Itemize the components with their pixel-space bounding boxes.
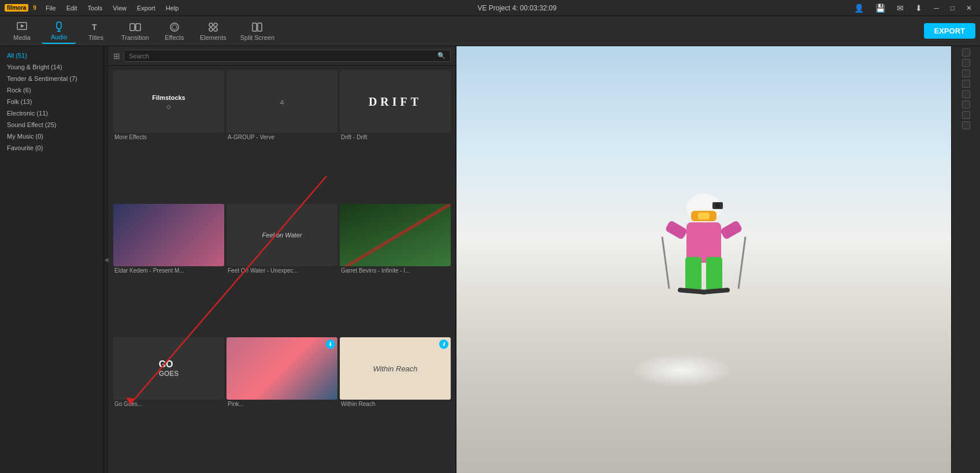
svg-rect-21 <box>665 219 688 240</box>
sidebar-item-folk[interactable]: Folk (13) <box>0 96 103 107</box>
grid-view-icon[interactable]: ⊞ <box>113 51 120 61</box>
media-panel: ⊞ 🔍 Filmstocks ◇ More Effects <box>109 46 455 473</box>
menu-edit[interactable]: Edit <box>62 3 82 13</box>
svg-text:T: T <box>92 23 97 32</box>
menu-bar: File Edit Tools View Export Help <box>41 3 183 13</box>
toolbar-effects[interactable]: Effects <box>157 19 192 43</box>
menu-view[interactable]: View <box>108 3 131 13</box>
eldar-thumb <box>113 204 224 266</box>
svg-point-9 <box>214 23 217 27</box>
svg-point-28 <box>715 203 720 208</box>
strip-checkbox-5[interactable] <box>962 90 970 98</box>
eldar-label: Eldar Kedem - Present M... <box>113 267 224 274</box>
media-item-eldar[interactable]: Eldar Kedem - Present M... <box>113 204 224 335</box>
feet-label: Feet On Water - Unexpec... <box>227 267 337 274</box>
download-badge-within: ⬇ <box>439 340 448 349</box>
maximize-button[interactable]: □ <box>947 3 958 13</box>
strip-checkbox-3[interactable] <box>962 69 970 77</box>
svg-line-14 <box>340 204 451 266</box>
within-thumb: Within Reach ⬇ <box>340 337 451 400</box>
sidebar-item-rock[interactable]: Rock (6) <box>0 84 103 96</box>
transition-icon <box>129 21 141 33</box>
toolbar-titles[interactable]: T Titles <box>79 19 113 43</box>
svg-rect-13 <box>258 23 262 31</box>
sidebar-item-young[interactable]: Young & Bright (14) <box>0 61 103 73</box>
svg-line-23 <box>662 237 669 289</box>
toolbar-audio[interactable]: Audio <box>42 18 76 44</box>
media-item-filmstocks[interactable]: Filmstocks ◇ More Effects <box>113 70 224 202</box>
save-icon[interactable]: 💾 <box>872 2 889 14</box>
title-bar-left: filmora 9 File Edit Tools View Export He… <box>5 3 183 13</box>
toolbar-media[interactable]: Media <box>5 19 39 43</box>
sidebar-item-soundeffect[interactable]: Sound Effect (25) <box>0 119 103 131</box>
agroup-thumb: ♫ <box>227 70 337 133</box>
strip-checkbox-1[interactable] <box>962 49 970 57</box>
toolbar-elements[interactable]: Elements <box>194 19 232 43</box>
media-grid: Filmstocks ◇ More Effects ♫ A-GROUP - Ve… <box>109 66 455 473</box>
strip-checkbox-6[interactable] <box>962 100 970 109</box>
splitscreen-icon <box>251 21 263 33</box>
title-bar: filmora 9 File Edit Tools View Export He… <box>0 0 980 16</box>
sidebar-item-mymusic[interactable]: My Music (0) <box>0 131 103 142</box>
toolbar-transition[interactable]: Transition <box>116 19 155 43</box>
download-icon[interactable]: ⬇ <box>912 2 926 14</box>
menu-file[interactable]: File <box>41 3 61 13</box>
search-box: 🔍 <box>124 50 451 62</box>
right-section: ⏮ ◀ ▶ ■ 00:03:32:09 ⛶ 📷 🔊 ⛶ <box>456 46 980 473</box>
minimize-button[interactable]: ─ <box>930 3 942 13</box>
mail-icon[interactable]: ✉ <box>893 2 907 14</box>
svg-point-8 <box>209 23 213 27</box>
drift-thumb: DRIFT <box>340 70 451 133</box>
menu-export[interactable]: Export <box>132 3 160 13</box>
app-logo-badge: filmora <box>5 4 28 12</box>
strip-checkbox-7[interactable] <box>962 111 970 119</box>
garret-label: Garret Bevins - Infinite - I... <box>340 267 451 274</box>
media-item-go[interactable]: GO GOES Go Goes... <box>113 337 224 468</box>
drift-label: Drift - Drift <box>340 134 451 140</box>
sidebar-item-favourite[interactable]: Favourite (0) <box>0 142 103 154</box>
media-icon <box>16 21 28 33</box>
titles-icon: T <box>90 21 102 33</box>
app-version: 9 <box>31 4 39 12</box>
account-icon[interactable]: 👤 <box>851 2 867 14</box>
export-button[interactable]: EXPORT <box>924 23 975 39</box>
close-button[interactable]: ✕ <box>963 3 975 13</box>
svg-marker-1 <box>21 24 24 28</box>
svg-rect-5 <box>130 24 135 31</box>
window-controls: 👤 💾 ✉ ⬇ ─ □ ✕ <box>851 2 975 14</box>
media-item-feet[interactable]: Feel on Water Feet On Water - Unexpec... <box>227 204 337 335</box>
sidebar: All (51) Young & Bright (14) Tender & Se… <box>0 46 104 473</box>
project-title: VE Project 4: 00:03:32:09 <box>477 4 556 12</box>
svg-rect-12 <box>253 23 257 31</box>
sidebar-item-tender[interactable]: Tender & Sentimental (7) <box>0 73 103 84</box>
strip-checkbox-8[interactable] <box>962 121 970 129</box>
left-section: All (51) Young & Bright (14) Tender & Se… <box>0 46 456 473</box>
sidebar-item-electronic[interactable]: Electronic (11) <box>0 107 103 119</box>
pink-thumb: ⬇ <box>227 337 337 400</box>
sidebar-item-all[interactable]: All (51) <box>0 50 103 61</box>
app-logo: filmora 9 <box>5 4 39 12</box>
search-icon: 🔍 <box>437 52 446 59</box>
media-item-garret[interactable]: Garret Bevins - Infinite - I... <box>340 204 451 335</box>
menu-help[interactable]: Help <box>161 3 184 13</box>
skier-scene <box>456 46 951 473</box>
filmstocks-thumb: Filmstocks ◇ <box>113 70 224 133</box>
effects-icon <box>169 21 180 33</box>
strip-checkbox-4[interactable] <box>962 80 970 88</box>
menu-tools[interactable]: Tools <box>83 3 107 13</box>
svg-point-11 <box>214 28 217 31</box>
panel-collapse-handle[interactable]: ◀ <box>104 46 109 473</box>
strip-checkbox-2[interactable] <box>962 59 970 67</box>
svg-rect-22 <box>719 219 743 240</box>
search-input[interactable] <box>129 53 437 59</box>
elements-icon <box>207 21 219 33</box>
svg-rect-17 <box>698 213 710 219</box>
media-item-drift[interactable]: DRIFT Drift - Drift <box>340 70 451 202</box>
preview-right-strip <box>951 46 980 473</box>
media-item-agroup[interactable]: ♫ A-GROUP - Verve <box>227 70 337 202</box>
media-item-pink[interactable]: ⬇ Pink... <box>227 337 337 468</box>
toolbar-splitscreen[interactable]: Split Screen <box>235 19 280 43</box>
media-toolbar: ⊞ 🔍 <box>109 46 455 66</box>
media-item-within[interactable]: Within Reach ⬇ Within Reach <box>340 337 451 468</box>
svg-rect-18 <box>686 222 721 263</box>
